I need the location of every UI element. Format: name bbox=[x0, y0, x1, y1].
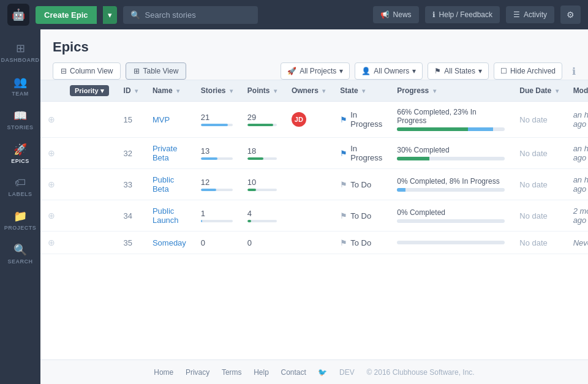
table-view-icon: ⊞ bbox=[134, 67, 140, 75]
epic-name-link[interactable]: Private Beta bbox=[153, 144, 177, 162]
priority-cell bbox=[62, 102, 116, 138]
epics-table: Priority ▾ ID ▾ Name ▾ Stories ▾ Points … bbox=[40, 80, 588, 254]
sidebar-item-dashboard[interactable]: ⊞ Dashboard bbox=[2, 37, 38, 68]
drag-handle-cell: ⊕ bbox=[40, 102, 62, 138]
footer-copyright: © 2016 Clubhouse Software, Inc. bbox=[366, 368, 474, 377]
stories-col-header[interactable]: Stories ▾ bbox=[194, 80, 240, 102]
due-date-cell: No date bbox=[512, 138, 565, 169]
due-date-col-header[interactable]: Due Date ▾ bbox=[512, 80, 565, 102]
footer-privacy-link[interactable]: Privacy bbox=[186, 368, 209, 377]
sidebar-item-stories[interactable]: 📖 Stories bbox=[2, 104, 38, 135]
sidebar-item-projects[interactable]: 📁 Projects bbox=[2, 205, 38, 236]
stories-cell: 21 bbox=[194, 102, 240, 138]
logo-icon: 🤖 bbox=[12, 8, 25, 21]
table-view-button[interactable]: ⊞ Table View bbox=[126, 62, 186, 80]
priority-cell bbox=[62, 200, 116, 232]
drag-handle[interactable]: ⊕ bbox=[48, 238, 55, 247]
progress-inprogress-bar bbox=[468, 127, 492, 131]
id-col-header[interactable]: ID ▾ bbox=[116, 80, 145, 102]
sidebar-item-label: Stories bbox=[7, 124, 34, 130]
name-cell: MVP bbox=[145, 102, 194, 138]
priority-cell bbox=[62, 232, 116, 254]
drag-handle-cell: ⊕ bbox=[40, 138, 62, 169]
epic-name-link[interactable]: Someday bbox=[153, 238, 186, 247]
owners-cell bbox=[284, 138, 333, 169]
footer-home-link[interactable]: Home bbox=[154, 368, 173, 377]
owners-col-header[interactable]: Owners ▾ bbox=[284, 80, 333, 102]
drag-handle-cell: ⊕ bbox=[40, 169, 62, 200]
page-title: Epics bbox=[53, 39, 576, 55]
table-header-row: Priority ▾ ID ▾ Name ▾ Stories ▾ Points … bbox=[40, 80, 588, 102]
footer-terms-link[interactable]: Terms bbox=[222, 368, 242, 377]
flag-icon: ⚑ bbox=[340, 238, 347, 247]
logo: 🤖 bbox=[7, 4, 29, 26]
owners-cell bbox=[284, 200, 333, 232]
modified-cell: an hour ago bbox=[566, 169, 588, 200]
search-bar[interactable]: 🔍 bbox=[123, 6, 258, 24]
progress-bar bbox=[397, 127, 505, 131]
sidebar-item-label: Epics bbox=[11, 158, 29, 164]
progress-cell bbox=[390, 232, 512, 254]
progress-col-header[interactable]: Progress ▾ bbox=[390, 80, 512, 102]
state-label: In Progress bbox=[350, 110, 382, 129]
help-button[interactable]: ℹ Help / Feedback bbox=[425, 6, 500, 23]
sidebar: ⊞ Dashboard 👥 Team 📖 Stories 🚀 Epics 🏷 L… bbox=[0, 29, 40, 384]
drag-handle[interactable]: ⊕ bbox=[48, 148, 55, 158]
epic-name-link[interactable]: Public Launch bbox=[153, 206, 179, 225]
state-col-header[interactable]: State ▾ bbox=[333, 80, 390, 102]
sidebar-item-search[interactable]: 🔍 Search bbox=[2, 238, 38, 269]
points-cell: 18 bbox=[240, 138, 284, 169]
footer-dev-label: DEV bbox=[339, 368, 355, 377]
priority-col-header[interactable]: Priority ▾ bbox=[62, 80, 116, 102]
state-label: To Do bbox=[350, 211, 371, 220]
epic-name-link[interactable]: MVP bbox=[153, 115, 170, 124]
table-row: ⊕ 35 Someday 0 0 ⚑ To Do bbox=[40, 232, 588, 254]
sidebar-item-label: Dashboard bbox=[1, 57, 40, 63]
settings-button[interactable]: ⚙ bbox=[560, 6, 581, 24]
main-layout: ⊞ Dashboard 👥 Team 📖 Stories 🚀 Epics 🏷 L… bbox=[0, 29, 588, 384]
search-input[interactable] bbox=[145, 10, 251, 20]
content-header: Epics ⊟ Column View ⊞ Table View 🚀 All P… bbox=[40, 29, 588, 80]
footer-help-link[interactable]: Help bbox=[254, 368, 269, 377]
hide-archived-button[interactable]: ☐ Hide Archived bbox=[494, 62, 562, 80]
create-epic-dropdown-button[interactable]: ▾ bbox=[103, 6, 117, 24]
progress-cell: 66% Completed, 23% In Progress bbox=[390, 102, 512, 138]
all-states-filter[interactable]: ⚑ All States ▾ bbox=[428, 62, 489, 80]
column-view-icon: ⊟ bbox=[61, 67, 67, 75]
drag-handle-cell: ⊕ bbox=[40, 232, 62, 254]
drag-handle[interactable]: ⊕ bbox=[48, 211, 55, 220]
stories-icon: 📖 bbox=[13, 109, 27, 122]
id-cell: 33 bbox=[116, 169, 145, 200]
sidebar-item-label: Projects bbox=[4, 225, 37, 231]
epic-name-link[interactable]: Public Beta bbox=[153, 175, 174, 194]
activity-button[interactable]: ☰ Activity bbox=[506, 6, 554, 23]
footer: Home Privacy Terms Help Contact 🐦 DEV © … bbox=[40, 360, 588, 384]
sidebar-item-team[interactable]: 👥 Team bbox=[2, 70, 38, 102]
create-epic-button[interactable]: Create Epic bbox=[36, 6, 97, 24]
drag-handle[interactable]: ⊕ bbox=[48, 115, 55, 124]
sidebar-item-labels[interactable]: 🏷 Labels bbox=[2, 171, 38, 202]
id-cell: 15 bbox=[116, 102, 145, 138]
points-col-header[interactable]: Points ▾ bbox=[240, 80, 284, 102]
stories-cell: 1 bbox=[194, 200, 240, 232]
sidebar-item-epics[interactable]: 🚀 Epics bbox=[2, 138, 38, 169]
info-icon: ℹ bbox=[572, 66, 576, 77]
modified-col-header[interactable]: Modified ▾ bbox=[566, 80, 588, 102]
points-cell: 10 bbox=[240, 169, 284, 200]
name-col-header[interactable]: Name ▾ bbox=[145, 80, 194, 102]
flag-icon: ⚑ bbox=[340, 180, 347, 189]
progress-completed-bar bbox=[397, 127, 468, 131]
projects-icon: 📁 bbox=[13, 209, 27, 223]
state-cell: ⚑ In Progress bbox=[333, 138, 390, 169]
drag-handle[interactable]: ⊕ bbox=[48, 179, 55, 189]
all-projects-filter[interactable]: 🚀 All Projects ▾ bbox=[281, 62, 350, 80]
stories-cell: 0 bbox=[194, 232, 240, 254]
epics-table-container: Priority ▾ ID ▾ Name ▾ Stories ▾ Points … bbox=[40, 80, 588, 360]
news-button[interactable]: 📢 News bbox=[373, 6, 419, 23]
labels-icon: 🏷 bbox=[15, 176, 26, 189]
footer-contact-link[interactable]: Contact bbox=[281, 368, 306, 377]
projects-filter-icon: 🚀 bbox=[287, 67, 296, 75]
column-view-button[interactable]: ⊟ Column View bbox=[53, 62, 121, 80]
all-owners-filter[interactable]: 👤 All Owners ▾ bbox=[355, 62, 423, 80]
state-cell: ⚑ In Progress bbox=[333, 102, 390, 138]
